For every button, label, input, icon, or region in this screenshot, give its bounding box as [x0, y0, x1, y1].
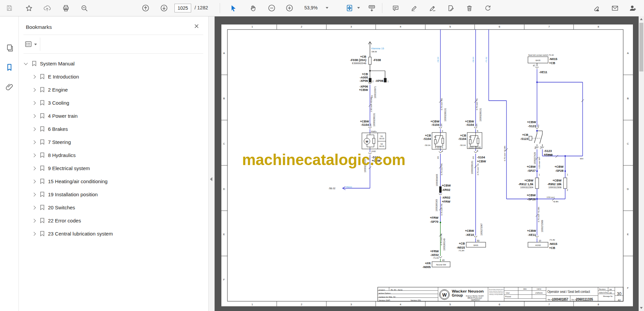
svg-text:/30.04: /30.04 — [425, 144, 430, 146]
svg-text:1000272069: 1000272069 — [541, 220, 543, 232]
svg-text:1: 1 — [252, 25, 253, 28]
email-button[interactable] — [609, 2, 621, 14]
bookmarks-tab[interactable] — [0, 59, 18, 75]
bookmark-item[interactable]: 2 Engine — [18, 83, 208, 96]
svg-text:or disclosure to third parties: or disclosure to third parties without e… — [489, 292, 503, 294]
search-button[interactable] — [78, 2, 90, 14]
upload-cloud-icon — [43, 4, 51, 12]
scrollbar-thumb[interactable] — [639, 23, 643, 71]
svg-text:+CBW: +CBW — [552, 179, 561, 182]
bookmark-item[interactable]: E Introduction — [18, 70, 208, 83]
svg-text:6: 6 — [477, 150, 478, 152]
bookmark-item-root[interactable]: System Manual — [18, 57, 208, 70]
svg-text:1: 1 — [539, 173, 540, 176]
fill-sign-button[interactable] — [426, 2, 438, 14]
print-button[interactable] — [60, 2, 72, 14]
hide-toolbar-button[interactable] — [366, 2, 378, 14]
share-people-button[interactable] — [627, 2, 639, 14]
select-tool-button[interactable] — [227, 2, 239, 14]
next-page-button[interactable] — [158, 2, 170, 14]
scroll-up-arrow[interactable] — [640, 18, 643, 20]
bookmark-item[interactable]: 9 Electrical system — [18, 162, 208, 175]
bookmark-item[interactable]: 19 Installation position — [18, 188, 208, 201]
bookmark-item[interactable]: 6 Brakes — [18, 122, 208, 136]
edit-document-button[interactable] — [444, 2, 457, 14]
fountain-pen-icon — [429, 4, 436, 12]
share-link-button[interactable] — [590, 2, 602, 14]
svg-text:4: 4 — [400, 25, 401, 28]
svg-text:PWR+: PWR+ — [371, 131, 377, 133]
star-button[interactable] — [23, 2, 35, 14]
zoom-out-button[interactable] — [266, 2, 278, 14]
zoom-out-icon — [268, 4, 276, 12]
close-panel-button[interactable] — [194, 23, 201, 30]
pdf-page-schematic[interactable]: 1234567812345678ABCDEFABCDEFKlemme 15/38… — [214, 16, 639, 311]
svg-text:1/6: 1/6 — [370, 123, 372, 126]
svg-text:04: 04 — [609, 289, 612, 291]
svg-text:We reserve all rights in this: We reserve all rights in this document a… — [489, 289, 503, 290]
chevron-right-icon[interactable] — [32, 179, 36, 183]
save-button[interactable] — [3, 2, 15, 14]
bookmark-options-button[interactable] — [25, 40, 39, 49]
fit-page-button[interactable] — [343, 2, 356, 14]
chevron-right-icon[interactable] — [32, 140, 36, 144]
delete-button[interactable] — [463, 2, 475, 14]
chevron-right-icon[interactable] — [32, 127, 36, 131]
svg-text:S1: S1 — [380, 135, 383, 137]
panel-resize-gutter[interactable] — [208, 16, 215, 311]
previous-page-button[interactable] — [140, 2, 152, 14]
bookmark-item[interactable]: 4 Power train — [18, 109, 208, 122]
chevron-right-icon[interactable] — [32, 193, 36, 196]
bookmark-item[interactable]: 20 Switches — [18, 201, 208, 214]
scroll-down-arrow[interactable] — [640, 307, 643, 309]
svg-text:7: 7 — [548, 303, 550, 306]
svg-text:+CBW: +CBW — [359, 88, 368, 92]
highlight-button[interactable] — [408, 2, 420, 14]
rotate-button[interactable] — [482, 2, 494, 14]
bookmark-item[interactable]: 7 Steering — [18, 136, 208, 149]
share-upload-button[interactable] — [41, 2, 53, 14]
bookmark-item[interactable]: 22 Error codes — [18, 214, 208, 227]
chevron-right-icon[interactable] — [32, 75, 36, 79]
svg-text:-S104: -S104 — [431, 123, 439, 126]
chevron-right-icon[interactable] — [32, 219, 36, 222]
fit-dropdown-caret[interactable] — [357, 7, 360, 9]
svg-text:/30.03: /30.03 — [379, 145, 384, 147]
chevron-right-icon[interactable] — [32, 206, 36, 209]
svg-text:authority is strictly forbidde: authority is strictly forbidden. — [489, 294, 503, 295]
page-number-input[interactable] — [174, 4, 191, 12]
chevron-right-icon[interactable] — [32, 101, 36, 105]
svg-text:/71.02: /71.02 — [485, 57, 487, 62]
hand-icon — [249, 4, 257, 12]
svg-text:+CBW: +CBW — [524, 179, 533, 182]
vertical-scrollbar[interactable] — [639, 16, 644, 311]
comment-button[interactable] — [389, 2, 401, 14]
page-down-icon — [160, 4, 168, 12]
chevron-right-icon[interactable] — [32, 166, 36, 170]
bookmark-item[interactable]: 3 Cooling — [18, 96, 208, 109]
zoom-dropdown-caret[interactable] — [326, 7, 328, 9]
svg-text:0.75 mm² YE-BN: 0.75 mm² YE-BN — [504, 146, 506, 161]
bookmark-item[interactable]: 8 Hydraulics — [18, 149, 208, 162]
chevron-right-icon[interactable] — [32, 114, 36, 118]
svg-text:1000312306: 1000312306 — [548, 186, 561, 189]
svg-text:replace for Mat.-Nr:: replace for Mat.-Nr: — [379, 296, 396, 298]
bookmark-item[interactable]: 15 Heating/air conditioning — [18, 175, 208, 188]
page-thumbnails-tab[interactable] — [0, 40, 18, 56]
chevron-right-icon[interactable] — [32, 153, 36, 157]
bookmark-item[interactable]: 23 Central lubrication system — [18, 227, 208, 240]
chevron-right-icon[interactable] — [32, 88, 36, 92]
svg-text:M: M — [366, 140, 368, 143]
collapse-panel-arrow[interactable] — [210, 177, 212, 181]
attachments-tab[interactable] — [0, 79, 18, 95]
chevron-down-icon[interactable] — [24, 61, 28, 65]
hand-tool-button[interactable] — [247, 2, 259, 14]
options-list-icon — [25, 41, 33, 48]
fit-page-icon — [345, 4, 354, 12]
search-icon — [80, 4, 88, 12]
svg-text:S2: S2 — [380, 143, 383, 145]
chevron-right-icon[interactable] — [32, 232, 36, 236]
zoom-in-button[interactable] — [283, 2, 296, 14]
svg-text:Group: Group — [452, 293, 463, 297]
bookmark-icon — [40, 74, 45, 80]
